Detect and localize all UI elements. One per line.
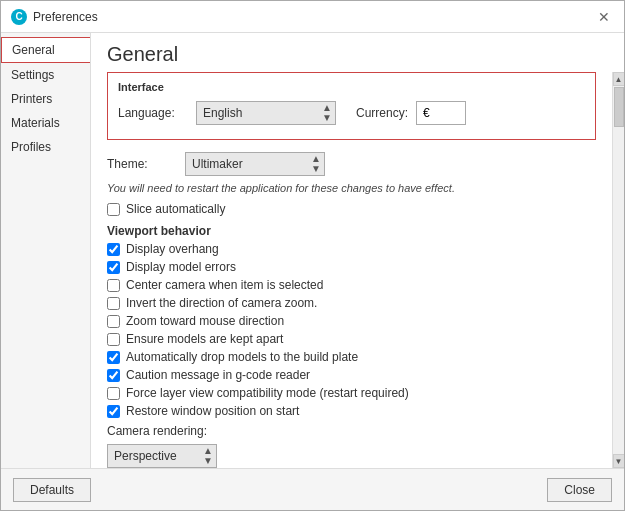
language-select[interactable]: English [196,101,336,125]
cb-row-3: Invert the direction of camera zoom. [107,296,596,310]
scroll-track [613,86,625,454]
camera-rendering-label: Camera rendering: [107,424,207,438]
dialog-title: Preferences [33,10,98,24]
sidebar-item-printers[interactable]: Printers [1,87,90,111]
theme-select-wrapper: Ultimaker ▲▼ [185,152,325,176]
dialog-content: General Settings Printers Materials Prof… [1,33,624,468]
cb-ensure-models[interactable] [107,333,120,346]
cb-row-6: Automatically drop models to the build p… [107,350,596,364]
sidebar-item-materials[interactable]: Materials [1,111,90,135]
cb-row-9: Restore window position on start [107,404,596,418]
cb-label-4: Zoom toward mouse direction [126,314,284,328]
cb-label-6: Automatically drop models to the build p… [126,350,358,364]
cb-label-8: Force layer view compatibility mode (res… [126,386,409,400]
cb-label-1: Display model errors [126,260,236,274]
cb-display-model-errors[interactable] [107,261,120,274]
cb-label-2: Center camera when item is selected [126,278,323,292]
viewport-section-title: Viewport behavior [107,224,596,238]
title-bar-left: C Preferences [11,9,98,25]
restart-note: You will need to restart the application… [107,182,596,194]
theme-label: Theme: [107,157,177,171]
cb-label-7: Caution message in g-code reader [126,368,310,382]
cb-caution-gcode[interactable] [107,369,120,382]
theme-select[interactable]: Ultimaker [185,152,325,176]
scroll-up-arrow[interactable]: ▲ [613,72,625,86]
cb-label-0: Display overhang [126,242,219,256]
cb-auto-drop[interactable] [107,351,120,364]
cb-row-4: Zoom toward mouse direction [107,314,596,328]
theme-row: Theme: Ultimaker ▲▼ [107,152,596,176]
interface-section: Interface Language: English ▲▼ Currency: [107,72,596,140]
slice-auto-checkbox[interactable] [107,203,120,216]
camera-rendering-row: Camera rendering: [107,424,596,438]
scrollbar[interactable]: ▲ ▼ [612,72,624,468]
scroll-down-arrow[interactable]: ▼ [613,454,625,468]
cb-zoom-mouse[interactable] [107,315,120,328]
currency-input[interactable] [416,101,466,125]
cb-row-5: Ensure models are kept apart [107,332,596,346]
main-scroll-area[interactable]: Interface Language: English ▲▼ Currency: [91,72,612,468]
cb-display-overhang[interactable] [107,243,120,256]
language-label: Language: [118,106,188,120]
cb-row-0: Display overhang [107,242,596,256]
slice-auto-row: Slice automatically [107,202,596,216]
camera-select-row: Perspective ▲▼ [107,444,596,468]
sidebar-item-profiles[interactable]: Profiles [1,135,90,159]
sidebar: General Settings Printers Materials Prof… [1,33,91,468]
sidebar-item-general[interactable]: General [1,37,90,63]
cb-row-2: Center camera when item is selected [107,278,596,292]
slice-auto-label: Slice automatically [126,202,225,216]
app-icon: C [11,9,27,25]
close-icon[interactable]: ✕ [594,10,614,24]
title-bar: C Preferences ✕ [1,1,624,33]
camera-select[interactable]: Perspective [107,444,217,468]
language-select-wrapper: English ▲▼ [196,101,336,125]
cb-label-5: Ensure models are kept apart [126,332,283,346]
cb-force-layer[interactable] [107,387,120,400]
sidebar-item-settings[interactable]: Settings [1,63,90,87]
page-title: General [91,33,624,72]
cb-row-7: Caution message in g-code reader [107,368,596,382]
cb-label-3: Invert the direction of camera zoom. [126,296,317,310]
cb-label-9: Restore window position on start [126,404,299,418]
dialog-footer: Defaults Close [1,468,624,510]
defaults-button[interactable]: Defaults [13,478,91,502]
cb-row-1: Display model errors [107,260,596,274]
preferences-dialog: C Preferences ✕ General Settings Printer… [0,0,625,511]
cb-invert-camera[interactable] [107,297,120,310]
currency-label: Currency: [356,106,408,120]
cb-restore-window[interactable] [107,405,120,418]
scroll-thumb[interactable] [614,87,624,127]
main-panel: General Interface Language: English ▲▼ [91,33,624,468]
cb-row-8: Force layer view compatibility mode (res… [107,386,596,400]
cb-center-camera[interactable] [107,279,120,292]
interface-section-title: Interface [118,81,585,93]
close-button[interactable]: Close [547,478,612,502]
camera-select-wrapper: Perspective ▲▼ [107,444,217,468]
language-row: Language: English ▲▼ Currency: [118,101,585,125]
